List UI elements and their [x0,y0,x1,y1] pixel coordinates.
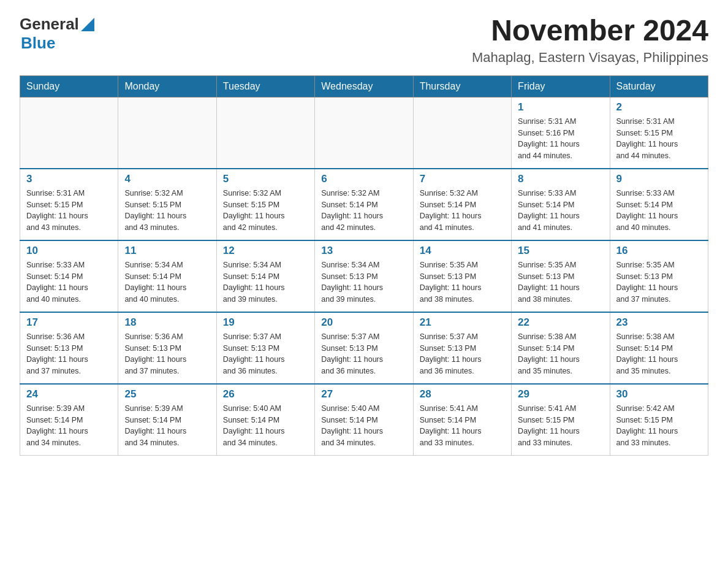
day-number: 30 [616,388,702,400]
day-sun-info: Sunrise: 5:35 AM Sunset: 5:13 PM Dayligh… [518,259,603,305]
calendar-day-cell: 29Sunrise: 5:41 AM Sunset: 5:15 PM Dayli… [512,384,610,456]
logo-triangle-icon [81,18,94,34]
calendar-week-row: 1Sunrise: 5:31 AM Sunset: 5:16 PM Daylig… [20,97,708,169]
day-number: 24 [26,388,112,400]
day-number: 19 [223,316,308,329]
calendar-weekday-header: Sunday [20,75,118,97]
day-number: 6 [321,173,406,185]
calendar-day-cell: 11Sunrise: 5:34 AM Sunset: 5:14 PM Dayli… [118,240,216,312]
calendar-day-cell: 22Sunrise: 5:38 AM Sunset: 5:14 PM Dayli… [512,312,610,384]
day-sun-info: Sunrise: 5:39 AM Sunset: 5:14 PM Dayligh… [26,403,112,449]
calendar-day-cell: 17Sunrise: 5:36 AM Sunset: 5:13 PM Dayli… [20,312,118,384]
month-title: November 2024 [472,15,708,47]
calendar-day-cell: 8Sunrise: 5:33 AM Sunset: 5:14 PM Daylig… [512,169,610,240]
calendar-day-cell: 4Sunrise: 5:32 AM Sunset: 5:15 PM Daylig… [118,169,216,240]
calendar-weekday-header: Thursday [413,75,511,97]
day-sun-info: Sunrise: 5:38 AM Sunset: 5:14 PM Dayligh… [518,331,603,377]
calendar-week-row: 10Sunrise: 5:33 AM Sunset: 5:14 PM Dayli… [20,240,708,312]
logo-general-text: General [20,15,79,34]
calendar-weekday-header: Wednesday [315,75,413,97]
day-sun-info: Sunrise: 5:42 AM Sunset: 5:15 PM Dayligh… [616,403,702,449]
day-number: 20 [321,316,406,329]
calendar-day-cell: 28Sunrise: 5:41 AM Sunset: 5:14 PM Dayli… [413,384,511,456]
day-sun-info: Sunrise: 5:33 AM Sunset: 5:14 PM Dayligh… [518,188,603,234]
day-sun-info: Sunrise: 5:32 AM Sunset: 5:15 PM Dayligh… [124,188,210,234]
calendar-day-cell: 27Sunrise: 5:40 AM Sunset: 5:14 PM Dayli… [315,384,413,456]
calendar-day-cell: 12Sunrise: 5:34 AM Sunset: 5:14 PM Dayli… [216,240,314,312]
day-sun-info: Sunrise: 5:34 AM Sunset: 5:14 PM Dayligh… [223,259,308,305]
day-number: 14 [420,245,505,257]
day-number: 16 [616,245,702,257]
day-sun-info: Sunrise: 5:39 AM Sunset: 5:14 PM Dayligh… [124,403,210,449]
calendar-day-cell: 21Sunrise: 5:37 AM Sunset: 5:13 PM Dayli… [413,312,511,384]
calendar-day-cell: 14Sunrise: 5:35 AM Sunset: 5:13 PM Dayli… [413,240,511,312]
day-sun-info: Sunrise: 5:37 AM Sunset: 5:13 PM Dayligh… [223,331,308,377]
calendar-day-cell: 5Sunrise: 5:32 AM Sunset: 5:15 PM Daylig… [216,169,314,240]
day-sun-info: Sunrise: 5:35 AM Sunset: 5:13 PM Dayligh… [420,259,505,305]
calendar-day-cell: 30Sunrise: 5:42 AM Sunset: 5:15 PM Dayli… [610,384,708,456]
day-sun-info: Sunrise: 5:35 AM Sunset: 5:13 PM Dayligh… [616,259,702,305]
day-number: 15 [518,245,603,257]
calendar-day-cell: 6Sunrise: 5:32 AM Sunset: 5:14 PM Daylig… [315,169,413,240]
day-sun-info: Sunrise: 5:31 AM Sunset: 5:16 PM Dayligh… [518,116,603,162]
day-number: 21 [420,316,505,329]
day-number: 4 [124,173,210,185]
day-sun-info: Sunrise: 5:31 AM Sunset: 5:15 PM Dayligh… [616,116,702,162]
calendar-day-cell [315,97,413,169]
calendar-day-cell: 9Sunrise: 5:33 AM Sunset: 5:14 PM Daylig… [610,169,708,240]
day-number: 23 [616,316,702,329]
day-sun-info: Sunrise: 5:36 AM Sunset: 5:13 PM Dayligh… [124,331,210,377]
day-sun-info: Sunrise: 5:32 AM Sunset: 5:14 PM Dayligh… [420,188,505,234]
calendar-day-cell [413,97,511,169]
calendar-day-cell: 3Sunrise: 5:31 AM Sunset: 5:15 PM Daylig… [20,169,118,240]
calendar-weekday-header: Tuesday [216,75,314,97]
day-sun-info: Sunrise: 5:34 AM Sunset: 5:13 PM Dayligh… [321,259,406,305]
day-sun-info: Sunrise: 5:36 AM Sunset: 5:13 PM Dayligh… [26,331,112,377]
page-header: General Blue November 2024 Mahaplag, Eas… [20,15,708,66]
day-sun-info: Sunrise: 5:34 AM Sunset: 5:14 PM Dayligh… [124,259,210,305]
day-number: 18 [124,316,210,329]
calendar-day-cell: 23Sunrise: 5:38 AM Sunset: 5:14 PM Dayli… [610,312,708,384]
day-sun-info: Sunrise: 5:37 AM Sunset: 5:13 PM Dayligh… [420,331,505,377]
calendar-day-cell: 10Sunrise: 5:33 AM Sunset: 5:14 PM Dayli… [20,240,118,312]
day-number: 29 [518,388,603,400]
logo: General Blue [20,15,94,53]
calendar-day-cell: 18Sunrise: 5:36 AM Sunset: 5:13 PM Dayli… [118,312,216,384]
calendar-week-row: 17Sunrise: 5:36 AM Sunset: 5:13 PM Dayli… [20,312,708,384]
day-sun-info: Sunrise: 5:41 AM Sunset: 5:14 PM Dayligh… [420,403,505,449]
day-number: 25 [124,388,210,400]
day-sun-info: Sunrise: 5:41 AM Sunset: 5:15 PM Dayligh… [518,403,603,449]
calendar-day-cell: 7Sunrise: 5:32 AM Sunset: 5:14 PM Daylig… [413,169,511,240]
day-number: 13 [321,245,406,257]
day-number: 22 [518,316,603,329]
day-number: 10 [26,245,112,257]
calendar-day-cell: 26Sunrise: 5:40 AM Sunset: 5:14 PM Dayli… [216,384,314,456]
day-sun-info: Sunrise: 5:32 AM Sunset: 5:14 PM Dayligh… [321,188,406,234]
calendar-week-row: 3Sunrise: 5:31 AM Sunset: 5:15 PM Daylig… [20,169,708,240]
day-number: 17 [26,316,112,329]
calendar-day-cell [20,97,118,169]
day-sun-info: Sunrise: 5:33 AM Sunset: 5:14 PM Dayligh… [26,259,112,305]
calendar-day-cell [118,97,216,169]
day-sun-info: Sunrise: 5:32 AM Sunset: 5:15 PM Dayligh… [223,188,308,234]
calendar-day-cell: 13Sunrise: 5:34 AM Sunset: 5:13 PM Dayli… [315,240,413,312]
calendar-table: SundayMondayTuesdayWednesdayThursdayFrid… [20,75,708,456]
calendar-weekday-header: Saturday [610,75,708,97]
day-number: 26 [223,388,308,400]
day-number: 8 [518,173,603,185]
day-sun-info: Sunrise: 5:38 AM Sunset: 5:14 PM Dayligh… [616,331,702,377]
calendar-day-cell: 1Sunrise: 5:31 AM Sunset: 5:16 PM Daylig… [512,97,610,169]
day-number: 1 [518,101,603,113]
calendar-day-cell: 19Sunrise: 5:37 AM Sunset: 5:13 PM Dayli… [216,312,314,384]
logo-blue-text: Blue [21,34,55,52]
calendar-day-cell [216,97,314,169]
calendar-day-cell: 25Sunrise: 5:39 AM Sunset: 5:14 PM Dayli… [118,384,216,456]
day-sun-info: Sunrise: 5:31 AM Sunset: 5:15 PM Dayligh… [26,188,112,234]
day-number: 12 [223,245,308,257]
day-number: 7 [420,173,505,185]
day-number: 11 [124,245,210,257]
calendar-day-cell: 16Sunrise: 5:35 AM Sunset: 5:13 PM Dayli… [610,240,708,312]
day-number: 5 [223,173,308,185]
calendar-header-row: SundayMondayTuesdayWednesdayThursdayFrid… [20,75,708,97]
day-number: 2 [616,101,702,113]
